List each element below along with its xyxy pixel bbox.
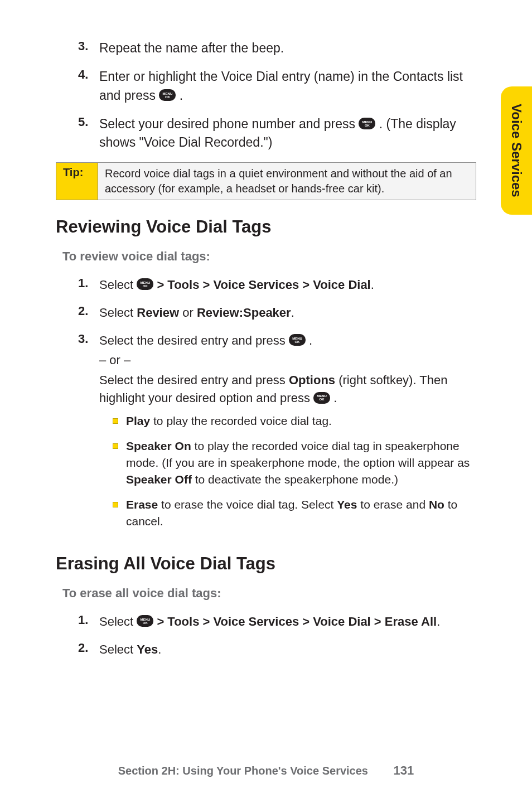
option-name: Erase (126, 498, 158, 511)
text-part: . (437, 615, 440, 628)
text-part: Select the desired entry and press (99, 333, 289, 347)
step-number: 2. (78, 304, 99, 322)
section-subheading: To erase all voice dial tags: (62, 586, 482, 601)
page-content: 3. Repeat the name after the beep. 4. En… (0, 0, 532, 690)
erase-step-1: 1. Select MENUOK > Tools > Voice Service… (56, 613, 482, 631)
text-part: Select (99, 642, 137, 656)
section-heading-erase: Erasing All Voice Dial Tags (56, 554, 482, 574)
option-name: No (429, 498, 444, 511)
text-part: . (158, 642, 161, 656)
review-step-3: 3. Select the desired entry and press ME… (56, 332, 482, 538)
menu-ok-icon: MENUOK (137, 615, 153, 627)
bullet-item: Play to play the recorded voice dial tag… (113, 413, 482, 429)
step-number: 3. (78, 332, 99, 538)
option-name: Yes (137, 642, 158, 656)
step-4: 4. Enter or highlight the Voice Dial ent… (56, 67, 482, 105)
option-name: Speaker On (126, 439, 191, 452)
text-part: . (291, 306, 294, 320)
footer-text: Section 2H: Using Your Phone's Voice Ser… (118, 765, 368, 777)
step-text: Repeat the name after the beep. (99, 39, 482, 57)
side-tab: Voice Services (501, 86, 532, 215)
menu-ok-icon: MENUOK (137, 278, 153, 290)
step-text: Select Review or Review:Speaker. (99, 304, 482, 322)
bullet-item: Erase to erase the voice dial tag. Selec… (113, 496, 482, 530)
step-number: 1. (78, 613, 99, 631)
menu-path: > Tools > Voice Services > Voice Dial (153, 278, 370, 292)
step-text: Select MENUOK > Tools > Voice Services >… (99, 276, 482, 294)
bullet-text: Play to play the recorded voice dial tag… (126, 413, 482, 429)
step-number: 5. (78, 115, 99, 152)
step-text: Select the desired entry and press MENUO… (99, 332, 482, 538)
text-part: to deactivate the speakerphone mode.) (192, 473, 398, 486)
text-part: Enter or highlight the Voice Dial entry … (99, 69, 463, 102)
text-part: . (330, 391, 337, 405)
bullet-list: Play to play the recorded voice dial tag… (113, 413, 482, 530)
section-subheading: To review voice dial tags: (62, 249, 482, 264)
text-part: Select (99, 278, 137, 292)
bullet-icon (113, 443, 118, 449)
text-part: Select (99, 615, 137, 628)
review-step-1: 1. Select MENUOK > Tools > Voice Service… (56, 276, 482, 294)
or-separator: – or – (99, 351, 482, 369)
step-text: Select MENUOK > Tools > Voice Services >… (99, 613, 482, 631)
bullet-icon (113, 502, 118, 507)
step-text: Enter or highlight the Voice Dial entry … (99, 67, 482, 105)
erase-step-2: 2. Select Yes. (56, 641, 482, 659)
menu-ok-icon: MENUOK (359, 118, 375, 129)
tip-box: Tip: Record voice dial tags in a quiet e… (56, 162, 476, 200)
text-part: Select (99, 306, 137, 320)
review-step-2: 2. Select Review or Review:Speaker. (56, 304, 482, 322)
text-part: to erase and (357, 498, 428, 511)
text-part: . (371, 278, 374, 292)
text-part: . (176, 88, 183, 103)
step-number: 3. (78, 39, 99, 57)
text-part: to play the recorded voice dial tag. (150, 414, 332, 427)
option-name: Speaker Off (126, 473, 192, 486)
tip-label: Tip: (56, 163, 98, 200)
text-part: or (179, 306, 197, 320)
step-number: 4. (78, 67, 99, 105)
page-footer: Section 2H: Using Your Phone's Voice Ser… (0, 763, 532, 778)
text-part: Select your desired phone number and pre… (99, 117, 359, 131)
option-name: Yes (337, 498, 357, 511)
bullet-text: Erase to erase the voice dial tag. Selec… (126, 496, 482, 530)
step-number: 1. (78, 276, 99, 294)
side-tab-label: Voice Services (509, 104, 524, 197)
menu-ok-icon: MENUOK (289, 334, 306, 346)
bullet-text: Speaker On to play the recorded voice di… (126, 438, 482, 489)
text-part: Select the desired entry and press (99, 373, 289, 387)
bullet-icon (113, 418, 118, 424)
page-number: 131 (394, 763, 414, 778)
tip-text: Record voice dial tags in a quiet enviro… (98, 163, 476, 200)
option-name: Review (137, 306, 179, 320)
menu-ok-icon: MENUOK (159, 89, 176, 101)
step-number: 2. (78, 641, 99, 659)
text-part: . (306, 333, 312, 347)
option-name: Play (126, 414, 150, 427)
option-name: Review:Speaker (197, 306, 291, 320)
section-heading-review: Reviewing Voice Dial Tags (56, 217, 482, 237)
bullet-item: Speaker On to play the recorded voice di… (113, 438, 482, 489)
softkey-name: Options (289, 373, 335, 387)
text-part: to erase the voice dial tag. Select (158, 498, 337, 511)
step-3: 3. Repeat the name after the beep. (56, 39, 482, 57)
menu-ok-icon: MENUOK (313, 392, 330, 404)
step-text: Select Yes. (99, 641, 482, 659)
menu-path: > Tools > Voice Services > Voice Dial > … (153, 615, 437, 628)
step-5: 5. Select your desired phone number and … (56, 115, 482, 152)
step-text: Select your desired phone number and pre… (99, 115, 482, 152)
